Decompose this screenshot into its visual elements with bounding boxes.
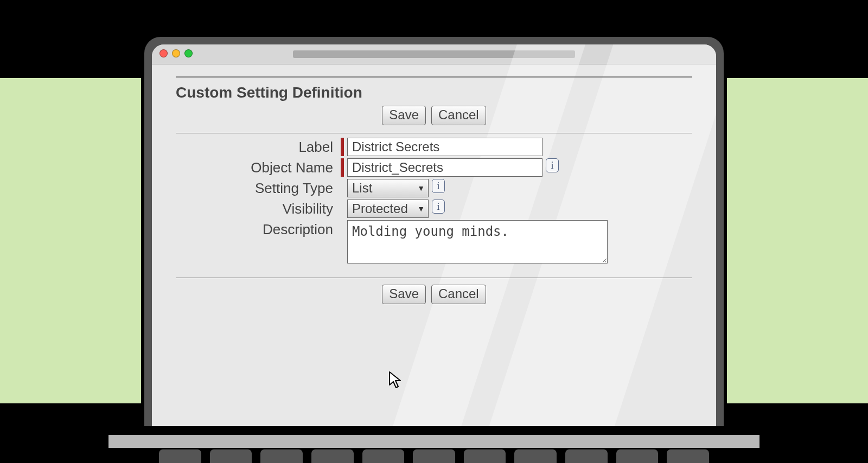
divider (176, 133, 692, 133)
close-window-icon[interactable] (159, 49, 168, 57)
window-controls (159, 49, 193, 57)
bottom-button-row: Save Cancel (176, 285, 692, 304)
save-button[interactable]: Save (382, 285, 426, 304)
row-visibility: Visibility Protected ▼ i (176, 200, 692, 218)
setting-type-select[interactable]: List ▼ (347, 179, 429, 197)
field-label: Description (176, 220, 341, 238)
visibility-value: Protected (352, 201, 408, 216)
field-label: Label (176, 138, 341, 156)
row-label: Label (176, 138, 692, 156)
save-button[interactable]: Save (382, 106, 426, 125)
field-label: Visibility (176, 200, 341, 217)
maximize-window-icon[interactable] (184, 49, 193, 57)
required-indicator (341, 158, 344, 177)
field-label: Object Name (176, 158, 341, 176)
object-name-input[interactable] (347, 158, 542, 177)
page-content: Custom Setting Definition Save Cancel La… (152, 65, 716, 328)
description-textarea[interactable] (347, 220, 608, 263)
divider (176, 278, 692, 278)
chevron-down-icon: ▼ (417, 204, 425, 213)
window-titlebar (152, 44, 716, 65)
top-button-row: Save Cancel (176, 106, 692, 125)
cancel-button[interactable]: Cancel (431, 285, 486, 304)
field-label: Setting Type (176, 179, 341, 197)
row-description: Description (176, 220, 692, 263)
form: Label Object Name i Setting Type List ▼ (176, 138, 692, 263)
info-icon[interactable]: i (432, 179, 445, 193)
screen: Custom Setting Definition Save Cancel La… (152, 44, 716, 426)
visibility-select[interactable]: Protected ▼ (347, 200, 429, 218)
cancel-button[interactable]: Cancel (431, 106, 486, 125)
laptop-frame: Custom Setting Definition Save Cancel La… (141, 34, 727, 429)
info-icon[interactable]: i (432, 200, 445, 214)
cursor-icon (388, 371, 404, 389)
address-bar-placeholder (293, 50, 575, 58)
minimize-window-icon[interactable] (172, 49, 180, 57)
label-input[interactable] (347, 138, 542, 156)
keyboard-keys (157, 448, 711, 463)
required-indicator (341, 138, 344, 156)
row-setting-type: Setting Type List ▼ i (176, 179, 692, 197)
setting-type-value: List (352, 181, 372, 196)
divider (176, 76, 692, 78)
row-object-name: Object Name i (176, 158, 692, 177)
chevron-down-icon: ▼ (417, 184, 425, 192)
info-icon[interactable]: i (546, 158, 559, 172)
laptop-base (108, 433, 760, 463)
section-title: Custom Setting Definition (176, 84, 692, 101)
